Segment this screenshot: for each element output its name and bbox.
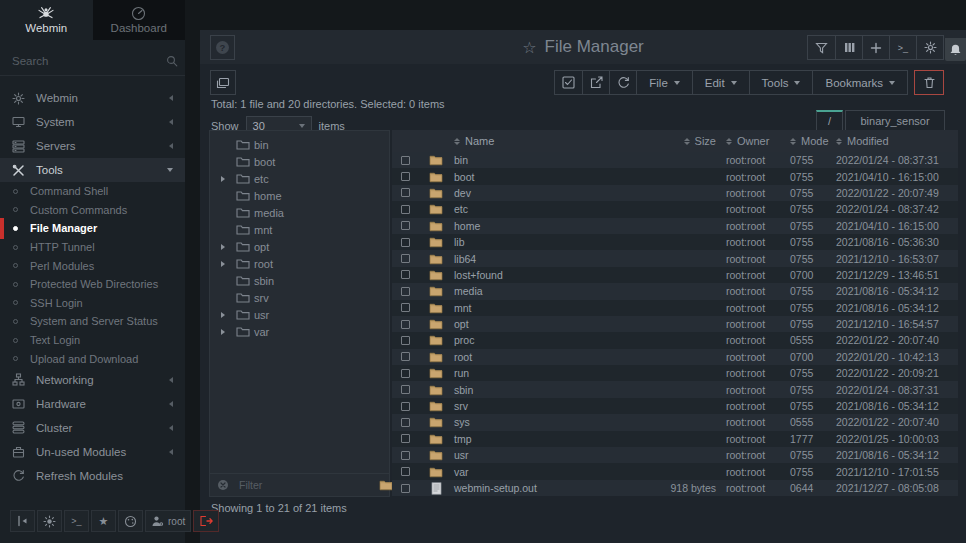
help-button[interactable]: ? (210, 35, 235, 60)
column-header-modified[interactable]: Modified (836, 135, 958, 147)
folder-icon[interactable] (379, 479, 393, 491)
row-checkbox[interactable] (401, 451, 410, 460)
tab-webmin[interactable]: Webmin (0, 0, 93, 40)
file-name[interactable]: run (454, 367, 640, 379)
root-path-button[interactable]: / (816, 110, 843, 131)
sidebar-item-text-login[interactable]: Text Login (0, 331, 185, 350)
column-header-name[interactable]: Name (454, 135, 640, 147)
table-row[interactable]: lost+foundroot:root07002021/12/29 - 13:4… (392, 267, 958, 283)
table-row[interactable]: srvroot:root07552021/08/16 - 05:34:12 (392, 398, 958, 414)
folder-icon[interactable] (418, 416, 454, 428)
filter-icon[interactable] (808, 36, 835, 59)
row-checkbox[interactable] (401, 221, 410, 230)
expand-arrow-icon[interactable] (221, 312, 236, 318)
columns-icon[interactable] (835, 36, 862, 59)
row-checkbox[interactable] (401, 238, 410, 247)
table-row[interactable]: mntroot:root07552021/08/16 - 05:34:12 (392, 300, 958, 316)
palette-button[interactable] (118, 510, 143, 532)
expand-arrow-icon[interactable] (221, 176, 236, 182)
sidebar-item-networking[interactable]: Networking (0, 368, 185, 392)
tree-item-usr[interactable]: usr (210, 306, 389, 323)
folder-icon[interactable] (418, 203, 454, 215)
sort-icon[interactable] (454, 138, 460, 145)
table-row[interactable]: etcroot:root07552022/01/24 - 08:37:42 (392, 201, 958, 217)
settings-icon[interactable] (916, 36, 943, 59)
tab-dashboard[interactable]: Dashboard (93, 0, 186, 40)
sort-icon[interactable] (790, 138, 796, 145)
table-row[interactable]: varroot:root07552021/12/10 - 17:01:55 (392, 463, 958, 479)
folder-icon[interactable] (418, 253, 454, 265)
table-row[interactable]: devroot:root07552022/01/22 - 20:07:49 (392, 185, 958, 201)
path-search-input[interactable] (845, 110, 945, 131)
tree-item-bin[interactable]: bin (210, 136, 389, 153)
folder-icon[interactable] (418, 334, 454, 346)
folder-icon[interactable] (418, 285, 454, 297)
folder-icon[interactable] (418, 220, 454, 232)
row-checkbox[interactable] (401, 418, 410, 427)
file-name[interactable]: webmin-setup.out (454, 482, 640, 494)
sidebar-item-cluster[interactable]: Cluster (0, 416, 185, 440)
folder-icon[interactable] (418, 433, 454, 445)
table-row[interactable]: lib64root:root07552021/12/10 - 16:53:07 (392, 250, 958, 266)
folder-icon[interactable] (418, 367, 454, 379)
file-name[interactable]: etc (454, 203, 640, 215)
table-row[interactable]: rootroot:root07002022/01/20 - 10:42:13 (392, 349, 958, 365)
row-checkbox[interactable] (401, 484, 410, 493)
tree-filter-input[interactable] (239, 479, 374, 491)
column-header-owner[interactable]: Owner (726, 135, 790, 147)
row-checkbox[interactable] (401, 336, 410, 345)
folder-icon[interactable] (418, 351, 454, 363)
tree-item-opt[interactable]: opt (210, 238, 389, 255)
file-name[interactable]: lost+found (454, 269, 640, 281)
folder-icon[interactable] (418, 187, 454, 199)
table-row[interactable]: homeroot:root07552021/04/10 - 16:15:00 (392, 218, 958, 234)
row-checkbox[interactable] (401, 254, 410, 263)
trash-button[interactable] (914, 70, 944, 95)
file-name[interactable]: opt (454, 318, 640, 330)
favorite-star-icon[interactable]: ☆ (522, 38, 536, 57)
tree-item-mnt[interactable]: mnt (210, 221, 389, 238)
sidebar-item-http-tunnel[interactable]: HTTP Tunnel (0, 238, 185, 257)
table-row[interactable]: usrroot:root07552021/08/16 - 05:34:12 (392, 447, 958, 463)
file-name[interactable]: lib (454, 236, 640, 248)
file-name[interactable]: home (454, 220, 640, 232)
row-checkbox[interactable] (401, 270, 410, 279)
expand-arrow-icon[interactable] (221, 244, 236, 250)
folder-icon[interactable] (418, 384, 454, 396)
search-icon[interactable] (166, 55, 178, 67)
table-row[interactable]: webmin-setup.out918 bytesroot:root064420… (392, 480, 958, 496)
tree-item-home[interactable]: home (210, 187, 389, 204)
folder-icon[interactable] (418, 318, 454, 330)
sidebar-item-perl-modules[interactable]: Perl Modules (0, 256, 185, 275)
tree-item-root[interactable]: root (210, 255, 389, 272)
sort-icon[interactable] (726, 138, 732, 145)
table-row[interactable]: bootroot:root07552021/04/10 - 16:15:00 (392, 168, 958, 184)
bell-icon[interactable] (945, 38, 966, 61)
terminal-button[interactable]: >_ (64, 510, 89, 532)
favorites-button[interactable]: ★ (91, 510, 116, 532)
tree-item-var[interactable]: var (210, 323, 389, 340)
sidebar-item-command-shell[interactable]: Command Shell (0, 182, 185, 201)
tree-item-boot[interactable]: boot (210, 153, 389, 170)
menu-edit[interactable]: Edit (692, 71, 749, 94)
expand-arrow-icon[interactable] (221, 261, 236, 267)
table-row[interactable]: binroot:root07552022/01/24 - 08:37:31 (392, 152, 958, 168)
file-name[interactable]: sys (454, 416, 640, 428)
table-row[interactable]: sysroot:root05552022/01/22 - 20:07:40 (392, 414, 958, 430)
tree-item-sbin[interactable]: sbin (210, 272, 389, 289)
table-row[interactable]: sbinroot:root07552022/01/24 - 08:37:31 (392, 381, 958, 397)
menu-bookmarks[interactable]: Bookmarks (812, 71, 907, 94)
row-checkbox[interactable] (401, 467, 410, 476)
table-row[interactable]: procroot:root05552022/01/22 - 20:07:40 (392, 332, 958, 348)
sidebar-item-hardware[interactable]: Hardware (0, 392, 185, 416)
tree-item-media[interactable]: media (210, 204, 389, 221)
file-name[interactable]: bin (454, 154, 640, 166)
table-row[interactable]: tmproot:root17772022/01/25 - 10:00:03 (392, 431, 958, 447)
expand-arrow-icon[interactable] (221, 329, 236, 335)
tree-item-srv[interactable]: srv (210, 289, 389, 306)
folder-icon[interactable] (418, 154, 454, 166)
folder-icon[interactable] (418, 449, 454, 461)
share-button[interactable] (582, 71, 609, 94)
sidebar-item-tools[interactable]: Tools (0, 158, 185, 182)
sidebar-item-system[interactable]: System (0, 110, 185, 134)
